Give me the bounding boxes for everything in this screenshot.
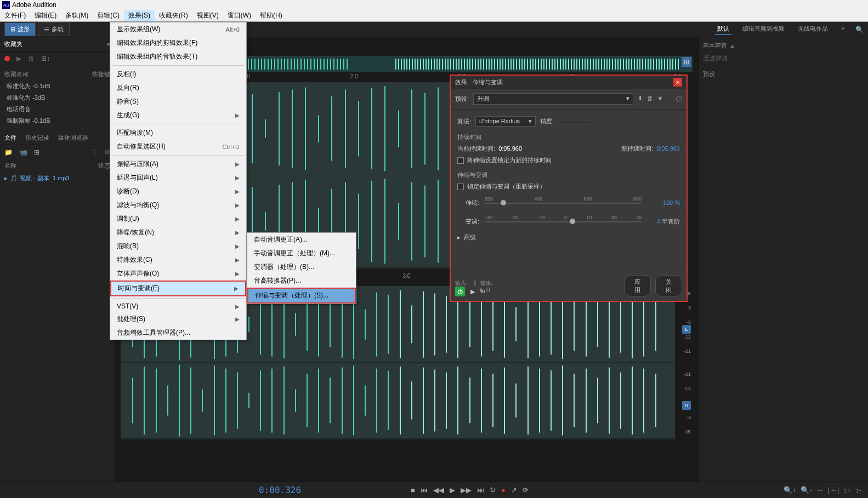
favorite-item[interactable]: 强制限幅 -0.1dB: [4, 115, 110, 127]
files-tab-0[interactable]: 文件: [4, 134, 16, 142]
skip-back-button[interactable]: ⏮: [421, 486, 428, 494]
favorite-item[interactable]: 标准化为 -3dB: [4, 92, 110, 104]
effects-menu-item[interactable]: 反向(R): [110, 81, 246, 95]
delete-preset-icon[interactable]: 🗑: [647, 95, 653, 103]
files-tab-2[interactable]: 媒体浏览器: [58, 134, 88, 142]
submenu-item[interactable]: 变调器（处理）(B)...: [247, 260, 356, 274]
loop-button[interactable]: ↻: [490, 486, 496, 494]
info-icon[interactable]: ⓘ: [676, 95, 682, 103]
zoom-in-v-icon[interactable]: ↕+: [843, 486, 851, 494]
zoom-out-icon[interactable]: 🔍-: [801, 486, 812, 494]
effects-menu-item[interactable]: 特殊效果(C)▶: [110, 253, 246, 267]
loop-preview-button[interactable]: ↻: [480, 288, 485, 295]
zoom-out-v-icon[interactable]: ↕-: [855, 486, 861, 494]
effects-menu-item[interactable]: 立体声声像(O)▶: [110, 267, 246, 281]
favorites-tab[interactable]: 收藏夹: [4, 40, 22, 48]
algorithm-select[interactable]: iZotope Radius ▾: [475, 116, 536, 127]
effects-menu-item[interactable]: 混响(B)▶: [110, 239, 246, 253]
panel-menu-icon[interactable]: ≡: [730, 43, 734, 49]
effects-menu-item[interactable]: 时间与变调(E)▶: [110, 281, 246, 296]
close-button[interactable]: 关闭: [655, 276, 682, 296]
channel-l-label[interactable]: L: [682, 325, 691, 334]
effects-menu-item[interactable]: 显示效果组(W)Alt+0: [110, 22, 246, 36]
preview-play-button[interactable]: ▶: [470, 288, 475, 295]
effects-menu-item[interactable]: VST(V)▶: [110, 300, 246, 312]
preset-select[interactable]: 升调 ▾: [473, 93, 633, 105]
trash-icon[interactable]: 🗑: [28, 55, 35, 62]
multitrack-view-button[interactable]: ☰多轨: [38, 22, 70, 36]
menu-0[interactable]: 文件(F): [0, 10, 30, 21]
submenu-item[interactable]: 手动音调更正（处理）(M)...: [247, 247, 356, 260]
zoom-sel-icon[interactable]: [↔]: [828, 486, 839, 494]
menu-3[interactable]: 剪辑(C): [93, 10, 124, 21]
skip-fwd-button[interactable]: ⏭: [477, 486, 484, 494]
apply-button[interactable]: 应用: [624, 276, 651, 296]
workspace-more[interactable]: »: [839, 24, 847, 35]
pitch-value[interactable]: 4: [657, 218, 660, 225]
channel-r-label[interactable]: R: [682, 401, 691, 410]
effects-menu-item[interactable]: 延迟与回声(L)▶: [110, 171, 246, 185]
menu-1[interactable]: 编辑(E): [30, 10, 61, 21]
submenu-item[interactable]: 音高转换器(P)...: [247, 274, 356, 288]
close-icon[interactable]: ✕: [673, 78, 682, 87]
export-icon[interactable]: ↗: [511, 486, 517, 494]
file-item[interactable]: ▸🎵视频 - 副本_1.mp3: [0, 172, 115, 185]
record-button[interactable]: ●: [501, 486, 506, 494]
effects-menu-item[interactable]: 生成(G)▶: [110, 108, 246, 122]
zoom-full-icon[interactable]: ↔: [816, 486, 824, 494]
save-preset-icon[interactable]: ⬇: [638, 95, 643, 103]
effects-menu-item[interactable]: 振幅与压限(A)▶: [110, 157, 246, 171]
zoom-tool-icon[interactable]: ⊞: [682, 57, 691, 67]
effects-menu-item[interactable]: 音频增效工具管理器(P)...: [110, 326, 246, 340]
workspace-tab-1[interactable]: 编辑音频到视频: [740, 24, 787, 35]
new-file-icon[interactable]: ⊞: [34, 148, 39, 156]
play-icon[interactable]: ▶: [16, 55, 21, 62]
submenu-item[interactable]: 自动音调更正(A)...: [247, 233, 356, 247]
file-filter-icon[interactable]: ⋮: [91, 148, 98, 156]
open-file-icon[interactable]: 📁: [4, 148, 13, 156]
rewind-button[interactable]: ◀◀: [433, 486, 444, 494]
lock-stretch-checkbox[interactable]: [457, 184, 464, 190]
power-button[interactable]: ⏻: [455, 287, 465, 296]
submenu-item[interactable]: 伸缩与变调（处理）(S)...: [247, 288, 356, 304]
zoom-in-icon[interactable]: 🔍+: [784, 486, 797, 494]
effects-menu-item[interactable]: 反相(I): [110, 67, 246, 81]
new-duration-value[interactable]: 0:05.960: [656, 145, 680, 152]
pitch-slider[interactable]: -30-20-100102030: [485, 215, 642, 228]
favorite-item[interactable]: 标准化为 -0.1dB: [4, 81, 110, 92]
menu-7[interactable]: 窗口(W): [223, 10, 256, 21]
loop-icon[interactable]: ⟳: [523, 486, 529, 494]
menu-6[interactable]: 视图(V): [192, 10, 223, 21]
effects-menu-item[interactable]: 诊断(D)▶: [110, 185, 246, 198]
menu-5[interactable]: 收藏夹(R): [155, 10, 192, 21]
favorite-item[interactable]: 电话语音: [4, 104, 110, 115]
effects-menu-item[interactable]: 静音(S): [110, 95, 246, 108]
effects-menu-item[interactable]: 编辑效果组内的剪辑效果(F): [110, 36, 246, 50]
effects-menu-item[interactable]: 调制(U)▶: [110, 212, 246, 226]
files-tab-1[interactable]: 历史记录: [25, 134, 49, 142]
favorite-icon[interactable]: ★: [657, 95, 663, 103]
search-icon[interactable]: 🔍: [855, 26, 864, 33]
stop-button[interactable]: ■: [411, 486, 415, 494]
stretch-value[interactable]: 100: [663, 199, 673, 206]
effects-menu-item[interactable]: 降噪/恢复(N)▶: [110, 226, 246, 239]
advanced-toggle[interactable]: ▸高级: [457, 233, 680, 242]
workspace-tab-2[interactable]: 无线电作品: [796, 24, 830, 35]
lock-duration-checkbox[interactable]: [457, 157, 464, 164]
forward-button[interactable]: ▶▶: [461, 486, 472, 494]
record-file-icon[interactable]: 📹: [19, 148, 27, 156]
stretch-slider[interactable]: 200400600800: [485, 196, 642, 209]
effects-menu-item[interactable]: 批处理(S)▶: [110, 312, 246, 326]
menu-8[interactable]: 帮助(H): [256, 10, 287, 21]
record-icon[interactable]: [4, 56, 10, 61]
effects-menu-item[interactable]: 匹配响度(M): [110, 126, 246, 140]
effects-menu-item[interactable]: 滤波与均衡(Q)▶: [110, 198, 246, 212]
play-button[interactable]: ▶: [450, 486, 455, 494]
effects-menu-item[interactable]: 编辑效果组内的音轨效果(T): [110, 50, 246, 64]
waveform-view-button[interactable]: ⊞波形: [4, 22, 36, 36]
workspace-tab-0[interactable]: 默认: [715, 24, 731, 35]
menu-2[interactable]: 多轨(M): [61, 10, 93, 21]
menu-4[interactable]: 效果(S): [124, 10, 155, 21]
sort-icon[interactable]: ⊞↕: [41, 55, 50, 62]
effects-menu-item[interactable]: 自动修复选区(H)Ctrl+U: [110, 140, 246, 153]
